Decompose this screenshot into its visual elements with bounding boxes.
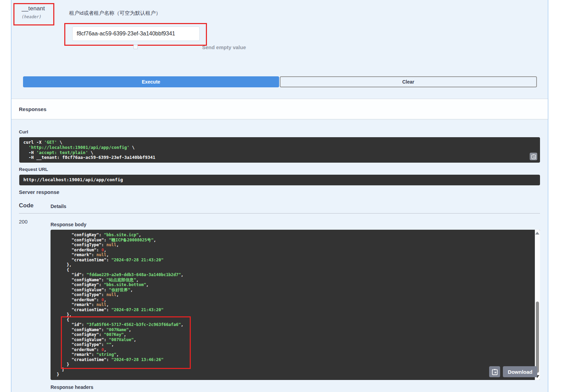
scroll-up-arrow-icon[interactable] — [535, 232, 539, 235]
server-response-label: Server response — [19, 189, 59, 195]
execute-row: Execute Clear — [23, 76, 537, 87]
annotation-box-param-value — [64, 23, 207, 46]
clear-button[interactable]: Clear — [280, 76, 537, 87]
response-body-block: "configKey": "bbs.site.icp", "configValu… — [51, 230, 540, 380]
request-url-value: http://localhost:19001/api/app/config — [23, 177, 123, 182]
param-name: __tenant — [22, 5, 53, 12]
responses-section-header: Responses — [11, 99, 548, 119]
opblock-get: __tenant (header) 租户id或者租户名称（可空为默认租户） Se… — [11, 0, 548, 392]
execute-button[interactable]: Execute — [23, 76, 279, 87]
response-scrollbar[interactable] — [535, 230, 540, 380]
response-json: "configKey": "bbs.site.icp", "configValu… — [57, 232, 533, 377]
response-body-label: Response body — [51, 222, 86, 227]
request-url-block: http://localhost:19001/api/app/config — [19, 175, 540, 185]
curl-label: Curl — [19, 129, 28, 134]
annotation-box-param-name: __tenant (header) — [13, 3, 54, 25]
response-headers-label: Response headers — [51, 384, 93, 390]
request-url-label: Request URL — [19, 167, 48, 172]
download-button[interactable]: Download — [503, 366, 537, 377]
responses-body: Curl curl -X 'GET' \ 'http://localhost:1… — [11, 119, 548, 392]
details-column-header: Details — [51, 204, 66, 209]
curl-code-block: curl -X 'GET' \ 'http://localhost:19001/… — [19, 137, 540, 163]
clipboard-icon — [492, 369, 498, 375]
copy-response-button[interactable] — [489, 366, 500, 377]
responses-title: Responses — [19, 106, 46, 112]
send-empty-value-checkbox[interactable] — [133, 45, 138, 49]
scrollbar-thumb[interactable] — [536, 302, 539, 373]
code-column-header: Code — [19, 202, 34, 209]
param-description: 租户id或者租户名称（可空为默认租户） — [69, 10, 161, 17]
parameters-section: __tenant (header) 租户id或者租户名称（可空为默认租户） Se… — [11, 0, 548, 99]
table-divider — [19, 213, 540, 214]
send-empty-value-label: Send empty value — [202, 44, 246, 50]
param-location: (header) — [22, 14, 53, 19]
curl-command: curl -X 'GET' \ 'http://localhost:19001/… — [23, 140, 540, 160]
status-code: 200 — [19, 219, 27, 225]
param-description-column: 租户id或者租户名称（可空为默认租户） Send empty value — [64, 0, 374, 58]
swagger-operation-panel: __tenant (header) 租户id或者租户名称（可空为默认租户） Se… — [0, 0, 573, 392]
copy-curl-button[interactable] — [530, 153, 537, 160]
clipboard-icon — [531, 154, 536, 159]
tenant-input[interactable] — [72, 26, 200, 41]
